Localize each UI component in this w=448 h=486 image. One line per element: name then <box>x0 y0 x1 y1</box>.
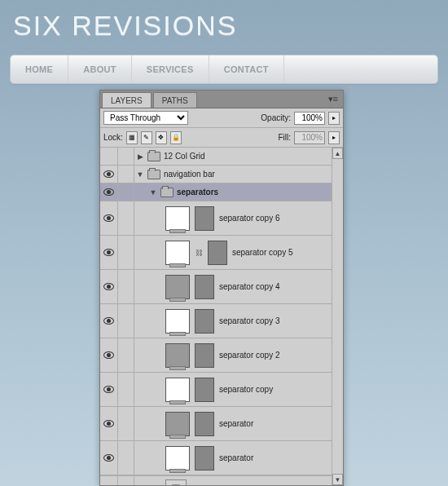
layer-mask[interactable] <box>195 446 214 471</box>
layer-row[interactable]: separator <box>100 441 332 475</box>
folder-icon <box>160 188 173 197</box>
layer-name[interactable]: separator <box>219 419 253 428</box>
lock-all-icon[interactable]: 🔒 <box>170 131 182 144</box>
link-cell[interactable] <box>118 373 134 407</box>
tab-layers[interactable]: LAYERS <box>102 92 152 108</box>
fill-dropdown-icon[interactable]: ▸ <box>328 131 340 144</box>
lock-transparency-icon[interactable]: ▦ <box>126 131 138 144</box>
opacity-input[interactable] <box>294 112 325 125</box>
layers-panel: LAYERS PATHS ▾≡ Pass Through Opacity: ▸ … <box>99 90 344 486</box>
group-row-separators[interactable]: ▼ separators <box>100 183 332 201</box>
link-cell[interactable] <box>118 236 134 270</box>
layer-row[interactable]: separator copy 2 <box>100 338 332 373</box>
eye-icon <box>103 188 114 196</box>
eye-cell[interactable] <box>100 441 118 475</box>
scrollbar[interactable]: ▲ ▼ <box>332 148 343 485</box>
scroll-down-icon[interactable]: ▼ <box>332 474 343 485</box>
eye-cell[interactable] <box>100 304 118 338</box>
fx-icon[interactable]: fx <box>320 484 327 485</box>
link-cell[interactable] <box>118 304 134 338</box>
eye-icon <box>103 454 114 462</box>
blend-mode-select[interactable]: Pass Through <box>103 111 188 125</box>
eye-cell[interactable] <box>100 148 118 165</box>
group-name[interactable]: 12 Col Grid <box>164 152 205 161</box>
layer-thumb[interactable] <box>165 275 190 299</box>
layer-thumb[interactable] <box>165 412 190 436</box>
disclosure-right-icon[interactable]: ▶ <box>136 152 144 161</box>
layer-mask[interactable] <box>195 206 214 231</box>
navbar: HOME ABOUT SERVICES CONTACT <box>10 55 438 84</box>
type-layer-row[interactable]: T CONTACT fx <box>100 475 332 485</box>
layer-name[interactable]: separator copy 6 <box>219 214 280 223</box>
layer-mask[interactable] <box>208 241 227 265</box>
layer-name[interactable]: separator copy 4 <box>219 282 280 291</box>
eye-cell[interactable] <box>100 201 118 236</box>
layer-name[interactable]: separator copy 5 <box>232 248 293 257</box>
layer-row[interactable]: separator copy <box>100 373 332 407</box>
link-cell[interactable] <box>118 183 134 201</box>
nav-home[interactable]: HOME <box>11 55 68 83</box>
layer-name[interactable]: separator copy <box>219 385 273 394</box>
layer-thumb[interactable] <box>165 343 190 368</box>
layer-thumb[interactable] <box>165 241 190 265</box>
eye-icon <box>103 317 114 325</box>
nav-contact[interactable]: CONTACT <box>209 55 284 83</box>
link-cell[interactable] <box>118 166 134 183</box>
eye-cell[interactable] <box>100 183 118 201</box>
type-layer-name[interactable]: CONTACT <box>195 484 239 485</box>
disclosure-down-icon[interactable]: ▼ <box>149 188 157 197</box>
layer-row[interactable]: separator copy 6 <box>100 201 332 236</box>
link-cell[interactable] <box>118 270 134 304</box>
lock-image-icon[interactable]: ✎ <box>141 131 152 144</box>
layer-mask[interactable] <box>195 343 214 368</box>
lock-position-icon[interactable]: ✥ <box>156 131 167 144</box>
chain-icon[interactable]: ⛓ <box>195 249 203 257</box>
layer-mask[interactable] <box>195 309 214 334</box>
nav-services[interactable]: SERVICES <box>132 55 209 83</box>
layer-mask[interactable] <box>195 412 214 436</box>
link-cell[interactable] <box>118 201 134 236</box>
link-cell[interactable] <box>118 441 134 475</box>
layer-mask[interactable] <box>195 378 214 402</box>
group-row-navbar[interactable]: ▼ navigation bar <box>100 166 332 183</box>
layer-mask[interactable] <box>195 275 214 299</box>
eye-cell[interactable] <box>100 373 118 407</box>
eye-cell[interactable] <box>100 407 118 441</box>
group-name[interactable]: navigation bar <box>164 170 215 179</box>
layer-row[interactable]: ⛓ separator copy 5 <box>100 236 332 270</box>
eye-cell[interactable] <box>100 338 118 373</box>
link-cell[interactable] <box>118 338 134 373</box>
group-name[interactable]: separators <box>177 188 218 197</box>
link-cell[interactable] <box>118 148 134 165</box>
link-cell[interactable] <box>118 407 134 441</box>
layer-thumb[interactable] <box>165 378 190 402</box>
layer-row[interactable]: separator copy 4 <box>100 270 332 304</box>
eye-icon <box>103 214 114 222</box>
layer-name[interactable]: separator copy 2 <box>219 351 280 360</box>
layer-name[interactable]: separator copy 3 <box>219 316 280 325</box>
link-cell[interactable] <box>118 476 134 486</box>
tab-paths[interactable]: PATHS <box>153 92 197 108</box>
scroll-up-icon[interactable]: ▲ <box>332 148 343 159</box>
eye-icon <box>103 386 114 393</box>
nav-about[interactable]: ABOUT <box>68 55 132 83</box>
fill-label: Fill: <box>278 133 291 142</box>
eye-cell[interactable] <box>100 476 118 486</box>
eye-cell[interactable] <box>100 236 118 270</box>
fill-input[interactable] <box>294 131 325 144</box>
disclosure-down-icon[interactable]: ▼ <box>136 170 144 179</box>
eye-cell[interactable] <box>100 166 118 183</box>
layer-name[interactable]: separator <box>219 453 253 462</box>
layer-thumb[interactable] <box>165 206 190 231</box>
panel-menu-icon[interactable]: ▾≡ <box>328 94 338 104</box>
layer-row[interactable]: separator copy 3 <box>100 304 332 338</box>
opacity-dropdown-icon[interactable]: ▸ <box>328 112 340 125</box>
group-row-grid[interactable]: ▶ 12 Col Grid <box>100 148 332 166</box>
site-title: SIX REVISIONS <box>0 0 448 48</box>
layer-thumb[interactable] <box>165 446 190 471</box>
layer-thumb[interactable] <box>165 309 190 334</box>
layer-row[interactable]: separator <box>100 407 332 441</box>
layers-list: ▶ 12 Col Grid ▼ navigation bar ▼ <box>100 148 332 485</box>
eye-cell[interactable] <box>100 270 118 304</box>
eye-icon <box>103 170 114 178</box>
